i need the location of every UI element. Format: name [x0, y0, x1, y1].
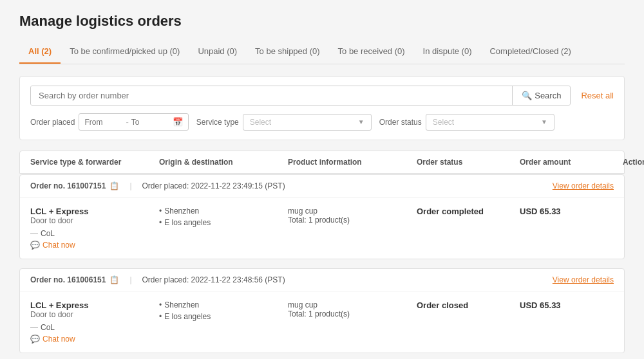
order-amount-col-1: USD 65.33 [520, 207, 623, 216]
chat-now-link-2[interactable]: 💬 Chat now [30, 335, 159, 344]
order-placed-filter: Order placed - 📅 [30, 113, 189, 131]
order-row-2: LCL + Express Door to door — CoL 💬 Chat … [20, 291, 624, 353]
destination-item-1: • E los angeles [159, 218, 288, 227]
tab-all[interactable]: All (2) [19, 40, 61, 64]
tab-to-be-shipped[interactable]: To be shipped (0) [246, 40, 328, 64]
order-status-filter: Order status Select ▼ [379, 114, 554, 131]
order-service-col-2: LCL + Express Door to door — CoL 💬 Chat … [30, 300, 159, 344]
separator-1: | [129, 181, 131, 190]
order-status-col-2: Order closed [417, 300, 520, 310]
service-type-value-1: LCL + Express [30, 207, 159, 216]
col-header-status: Order status [417, 158, 520, 167]
origin-value-1: Shenzhen [164, 207, 199, 216]
service-type-select[interactable]: Select ▼ [243, 114, 372, 131]
col-header-amount: Order amount [520, 158, 623, 167]
order-amount-col-2: USD 65.33 [520, 300, 623, 310]
order-origin-col-1: • Shenzhen • E los angeles [159, 207, 288, 230]
order-placed-label: Order placed [30, 118, 75, 127]
order-placed-date-1: Order placed: 2022-11-22 23:49:15 (PST) [142, 181, 285, 190]
col-header-service: Service type & forwarder [30, 158, 159, 167]
destination-item-2: • E los angeles [159, 312, 288, 321]
order-product-col-1: mug cup Total: 1 product(s) [288, 207, 417, 225]
page-title: Manage logistics orders [19, 13, 625, 30]
order-row-1: LCL + Express Door to door — CoL 💬 Chat … [20, 198, 624, 259]
date-to-input[interactable] [131, 118, 170, 127]
chat-label-2: Chat now [43, 335, 75, 344]
search-button[interactable]: 🔍 Search [512, 86, 570, 105]
search-box: 🔍 Search [30, 86, 571, 106]
tab-completed-closed[interactable]: Completed/Closed (2) [480, 40, 580, 64]
copy-icon-1[interactable]: 📋 [109, 181, 119, 190]
col-tag-2: — CoL [30, 323, 159, 332]
order-product-col-2: mug cup Total: 1 product(s) [288, 300, 417, 318]
chat-now-link-1[interactable]: 💬 Chat now [30, 241, 159, 250]
order-status-placeholder: Select [433, 118, 454, 127]
destination-value-1: E los angeles [164, 218, 211, 227]
chat-icon-1: 💬 [30, 241, 40, 250]
col-header-product: Product information [288, 158, 417, 167]
order-number-1: Order no. 161007151 📋 [30, 181, 119, 190]
separator-2: | [129, 275, 131, 284]
product-name-2: mug cup [288, 300, 417, 309]
chevron-down-icon: ▼ [358, 118, 365, 125]
search-input[interactable] [31, 86, 512, 105]
view-order-details-link-1[interactable]: View order details [553, 181, 614, 190]
order-service-col-1: LCL + Express Door to door — CoL 💬 Chat … [30, 207, 159, 250]
order-status-col-1: Order completed [417, 207, 520, 216]
service-type-placeholder: Select [250, 118, 271, 127]
forwarder-name-1: CoL [41, 229, 55, 238]
order-status-select[interactable]: Select ▼ [426, 114, 554, 131]
col-tag-1: — CoL [30, 229, 159, 238]
service-type-value-2: LCL + Express [30, 300, 159, 310]
filter-row-search: 🔍 Search Reset all [30, 86, 614, 106]
origin-item-1: • Shenzhen [159, 207, 288, 216]
chat-label-1: Chat now [43, 241, 75, 250]
order-status-value-1: Order completed [417, 207, 484, 216]
order-status-label: Order status [379, 118, 422, 127]
date-separator: - [126, 117, 128, 127]
chevron-down-icon-2: ▼ [541, 118, 547, 125]
order-card-2: Order no. 161006151 📋 | Order placed: 20… [19, 268, 625, 353]
tab-to-be-received[interactable]: To be received (0) [329, 40, 414, 64]
door-to-door-2: Door to door [30, 310, 159, 319]
door-to-door-1: Door to door [30, 216, 159, 225]
order-origin-col-2: • Shenzhen • E los angeles [159, 300, 288, 324]
order-number-label-2: Order no. 161006151 [30, 275, 106, 284]
filter-row-options: Order placed - 📅 Service type Select ▼ O… [30, 113, 614, 131]
tab-to-be-confirmed[interactable]: To be confirmed/picked up (0) [61, 40, 189, 64]
origin-item-2: • Shenzhen [159, 300, 288, 309]
tab-in-dispute[interactable]: In dispute (0) [414, 40, 481, 64]
table-header: Service type & forwarder Origin & destin… [19, 151, 625, 174]
order-card-1: Order no. 161007151 📋 | Order placed: 20… [19, 174, 625, 259]
filters-section: 🔍 Search Reset all Order placed - 📅 Serv… [19, 76, 625, 140]
date-range-picker[interactable]: - 📅 [79, 113, 188, 131]
destination-value-2: E los angeles [164, 312, 211, 321]
copy-icon-2[interactable]: 📋 [109, 275, 119, 284]
col-header-origin: Origin & destination [159, 158, 288, 167]
service-type-label: Service type [196, 118, 239, 127]
reset-all-link[interactable]: Reset all [581, 91, 614, 100]
origin-value-2: Shenzhen [164, 300, 199, 309]
tab-unpaid[interactable]: Unpaid (0) [189, 40, 246, 64]
search-icon: 🔍 [522, 91, 532, 100]
date-from-input[interactable] [84, 118, 123, 127]
order-amount-value-1: USD 65.33 [520, 207, 561, 216]
product-name-1: mug cup [288, 207, 417, 216]
calendar-icon[interactable]: 📅 [173, 117, 183, 127]
search-button-label: Search [535, 91, 561, 100]
view-order-details-link-2[interactable]: View order details [553, 275, 614, 284]
service-type-filter: Service type Select ▼ [196, 114, 372, 131]
product-total-1: Total: 1 product(s) [288, 216, 417, 225]
product-total-2: Total: 1 product(s) [288, 309, 417, 318]
tabs-bar: All (2) To be confirmed/picked up (0) Un… [19, 40, 625, 64]
forwarder-name-2: CoL [41, 323, 55, 332]
order-meta-2: Order no. 161006151 📋 | Order placed: 20… [20, 269, 624, 291]
order-number-2: Order no. 161006151 📋 [30, 275, 119, 284]
order-placed-date-2: Order placed: 2022-11-22 23:48:56 (PST) [142, 275, 285, 284]
col-header-action: Action [623, 158, 644, 167]
chat-icon-2: 💬 [30, 335, 40, 344]
order-status-value-2: Order closed [417, 300, 468, 310]
order-meta-1: Order no. 161007151 📋 | Order placed: 20… [20, 175, 624, 198]
order-number-label-1: Order no. 161007151 [30, 181, 106, 190]
order-amount-value-2: USD 65.33 [520, 300, 561, 310]
